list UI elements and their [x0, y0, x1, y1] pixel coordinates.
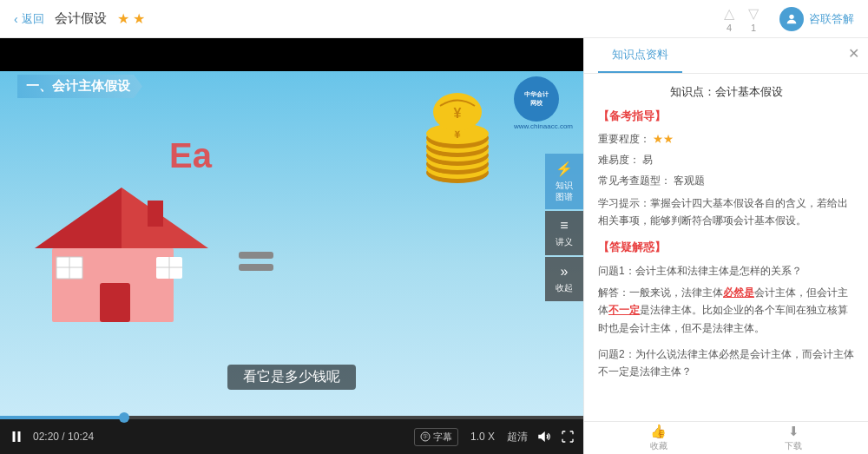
svg-text:¥: ¥ [454, 106, 462, 121]
dislike-item[interactable]: ▽ 1 [748, 5, 759, 33]
difficulty-row: 难易度： 易 [598, 152, 854, 168]
like-count: 4 [727, 23, 732, 33]
svg-text:字: 字 [423, 433, 428, 439]
panel-close-button[interactable]: ✕ [848, 45, 859, 62]
svg-marker-2 [35, 188, 122, 248]
panel-bottom-actions: 👍 收藏 ⬇ 下载 [584, 421, 868, 454]
svg-rect-13 [239, 252, 273, 259]
subtitle-button[interactable]: 字 字幕 [414, 428, 458, 446]
difficulty-value: 易 [642, 154, 653, 166]
download-action-label: 下载 [785, 440, 802, 452]
answer-title: 【答疑解惑】 [598, 240, 854, 255]
speed-label: 1.0 X [470, 431, 495, 443]
svg-rect-12 [148, 201, 163, 227]
scene-label: 一、会计主体假设 [17, 75, 142, 98]
progress-bar-fill [0, 416, 125, 419]
importance-value: ★★ [653, 133, 674, 145]
handout-button[interactable]: ≡ 讲义 [545, 211, 583, 255]
download-action-button[interactable]: ⬇ 下载 [785, 424, 802, 452]
quality-label: 超清 [507, 431, 528, 443]
video-time: 02:20 / 10:24 [33, 431, 94, 443]
back-label: 返回 [22, 11, 44, 27]
thumbs-down-icon: ▽ [748, 5, 759, 22]
importance-label: 重要程度： [598, 133, 650, 145]
prep-guide-title: 【备考指导】 [598, 109, 854, 124]
tab-knowledge[interactable]: 知识点资料 [598, 38, 682, 73]
star-rating: ★ ★ [117, 10, 145, 27]
like-action-button[interactable]: 👍 收藏 [650, 424, 667, 452]
progress-bar-track[interactable] [0, 416, 583, 419]
like-action-label: 收藏 [650, 440, 667, 452]
q1-bold2: 不一定 [608, 304, 640, 316]
video-sidebar: ⚡ 知识图谱 ≡ 讲义 » 收起 [545, 154, 583, 301]
play-pause-button[interactable] [9, 429, 24, 444]
panel-tabs: 知识点资料 [584, 38, 868, 74]
user-area[interactable]: 咨联答解 [779, 7, 854, 31]
control-group-right: 字 字幕 1.0 X 超清 [414, 428, 575, 446]
main-content: 一、会计主体假设 中华会计网校 www.chinaacc.com [0, 38, 868, 454]
ea-label: Ea [169, 136, 212, 175]
download-action-icon: ⬇ [788, 424, 799, 439]
equal-sign [234, 240, 278, 287]
volume-button[interactable] [536, 429, 552, 444]
importance-row: 重要程度： ★★ [598, 131, 854, 148]
video-black-bar [0, 38, 583, 71]
video-controls: 02:20 / 10:24 字 字幕 1.0 X 超清 [0, 419, 583, 454]
exam-type-row: 常见考查题型： 客观题 [598, 173, 854, 189]
knowledge-title: 知识点：会计基本假设 [598, 84, 854, 100]
progress-dot [119, 412, 129, 423]
video-section: 一、会计主体假设 中华会计网校 www.chinaacc.com [0, 38, 583, 454]
handout-label: 讲义 [556, 236, 573, 248]
svg-point-0 [789, 14, 793, 18]
star-1: ★ [117, 10, 129, 27]
svg-marker-3 [122, 188, 208, 248]
knowledge-graph-icon: ⚡ [556, 161, 573, 177]
handout-icon: ≡ [560, 218, 568, 234]
speed-button[interactable]: 1.0 X [467, 429, 498, 444]
video-container[interactable]: 一、会计主体假设 中华会计网校 www.chinaacc.com [0, 38, 583, 416]
question-1-block: 问题1：会计主体和法律主体是怎样的关系？ 解答：一般来说，法律主体必然是会计主体… [598, 262, 854, 337]
video-scene: 一、会计主体假设 中华会计网校 www.chinaacc.com [0, 38, 583, 416]
back-arrow-icon: ‹ [14, 12, 18, 26]
collapse-label: 收起 [556, 282, 573, 294]
page-title: 会计假设 [55, 10, 107, 27]
study-hint: 学习提示：掌握会计四大基本假设各自的含义，若给出相关事项，能够判断符合哪项会计基… [598, 194, 854, 230]
panel-content: 知识点：会计基本假设 【备考指导】 重要程度： ★★ 难易度： 易 常见考查题型… [584, 74, 868, 421]
knowledge-graph-label: 知识图谱 [556, 180, 573, 202]
svg-marker-32 [538, 431, 545, 442]
collapse-icon: » [561, 264, 569, 280]
logo-text: 中华会计网校 [524, 90, 549, 108]
like-area: △ 4 ▽ 1 [724, 5, 759, 33]
user-avatar [779, 7, 804, 31]
video-subtitle: 看它是多少钱呢 [227, 365, 356, 390]
coins-illustration: ¥ ¥ [418, 90, 523, 194]
user-name: 咨联答解 [809, 11, 854, 27]
back-button[interactable]: ‹ 返回 [14, 11, 44, 27]
like-action-icon: 👍 [650, 424, 667, 439]
exam-type-value: 客观题 [674, 174, 705, 187]
collapse-button[interactable]: » 收起 [545, 257, 583, 301]
q1-bold1: 必然是 [723, 286, 754, 299]
logo-url: www.chinaacc.com [514, 122, 573, 130]
svg-rect-28 [13, 431, 16, 442]
svg-rect-14 [239, 264, 273, 271]
q1-answer: 解答：一般来说，法律主体必然是会计主体，但会计主体不一定是法律主体。比如企业的各… [598, 284, 854, 337]
like-item[interactable]: △ 4 [724, 5, 734, 33]
house-illustration [35, 170, 208, 329]
star-2: ★ [133, 10, 145, 27]
difficulty-label: 难易度： [598, 154, 640, 166]
exam-type-label: 常见考查题型： [598, 174, 671, 187]
q1-answer-prefix: 解答：一般来说，法律主体 [598, 286, 723, 299]
topbar: ‹ 返回 会计假设 ★ ★ △ 4 ▽ 1 咨联答解 [0, 0, 868, 38]
q1-title: 问题1：会计主体和法律主体是怎样的关系？ [598, 262, 854, 280]
question-2-block: 问题2：为什么说法律主体必然是会计主体，而会计主体不一定是法律主体？ [598, 345, 854, 381]
scene-logo: 中华会计网校 www.chinaacc.com [514, 76, 573, 130]
quality-button[interactable]: 超清 [507, 430, 528, 444]
knowledge-graph-button[interactable]: ⚡ 知识图谱 [545, 154, 583, 209]
fullscreen-button[interactable] [561, 430, 575, 444]
subtitle-label: 字幕 [433, 431, 452, 444]
svg-rect-4 [100, 283, 130, 322]
svg-rect-29 [18, 431, 21, 442]
dislike-count: 1 [751, 23, 756, 33]
q2-title: 问题2：为什么说法律主体必然是会计主体，而会计主体不一定是法律主体？ [598, 345, 854, 381]
